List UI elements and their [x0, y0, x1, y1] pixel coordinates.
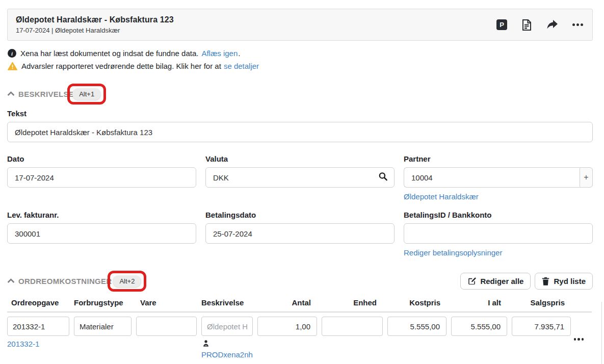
col-header-salgspris: Salgspris — [512, 298, 571, 307]
table-actions: Rediger alle Ryd liste — [460, 273, 593, 290]
partner-link[interactable]: Øldepotet Haraldskær — [404, 192, 479, 201]
info-notice: i Xena har læst dokumentet og indsat de … — [8, 47, 593, 60]
scrollbar[interactable] — [601, 302, 602, 364]
shortcut-badge-alt1: Alt+1 — [72, 88, 101, 100]
page-title: Øldepotet Haraldskær - Købsfaktura 123 — [16, 15, 174, 24]
rediger-betalingsoplysninger-link[interactable]: Rediger betalingsoplysninger — [404, 248, 502, 257]
share-icon[interactable] — [546, 20, 558, 30]
section-ordreomkostninger-header: ORDREOMKOSTNINGER Alt+2 Rediger alle Ryd… — [7, 271, 593, 291]
valuta-input[interactable] — [205, 167, 395, 188]
tekst-input[interactable] — [7, 122, 593, 142]
lev-fakturanr-field: Lev. fakturanr. — [7, 211, 196, 244]
table-header-row: Ordreopgave Forbrugstype Vare Beskrivels… — [7, 298, 593, 311]
see-details-link[interactable]: se detaljer — [224, 62, 259, 70]
enhed-cell-input[interactable] — [322, 317, 383, 336]
edit-icon — [467, 277, 476, 285]
table-header-divider — [7, 311, 592, 313]
section-ordreomkostninger-title: ORDREOMKOSTNINGER — [18, 277, 112, 285]
lev-fakturanr-label: Lev. fakturanr. — [7, 211, 196, 219]
col-header-enhed: Enhed — [322, 298, 383, 307]
ryd-liste-button[interactable]: Ryd liste — [535, 273, 593, 290]
pdf-icon[interactable]: P — [496, 19, 507, 30]
notices: i Xena har læst dokumentet og indsat de … — [7, 47, 593, 72]
collapse-ordreomkostninger-icon[interactable] — [7, 278, 15, 283]
partner-input[interactable] — [404, 167, 580, 188]
betalingsdato-label: Betalingsdato — [205, 211, 395, 219]
shortcut-highlight-alt1: Alt+1 — [67, 84, 106, 105]
reread-link[interactable]: Aflæs igen — [201, 49, 238, 58]
dato-field: Dato — [7, 154, 196, 188]
kostpris-cell-input[interactable] — [387, 317, 447, 336]
ordreopgave-cell-input[interactable] — [7, 317, 69, 336]
shortcut-highlight-alt2: Alt+2 — [108, 271, 146, 292]
trash-icon — [542, 277, 549, 285]
betalings-id-field: BetalingsID / Bankkonto Rediger betaling… — [404, 211, 593, 257]
col-header-kostpris: Kostpris — [387, 298, 447, 307]
tekst-label: Tekst — [7, 109, 593, 118]
partner-field: Partner + Øldepotet Haraldskær — [404, 154, 593, 201]
form-row-2: Lev. fakturanr. Betalingsdato BetalingsI… — [7, 211, 593, 257]
salgspris-cell-input[interactable] — [512, 317, 571, 336]
section-beskrivelse-header: BESKRIVELSE Alt+1 — [7, 85, 593, 103]
forbrugstype-cell-input[interactable] — [74, 317, 132, 336]
col-header-beskrivelse: Beskrivelse — [201, 298, 253, 307]
bruger-link[interactable]: PRODxena2nh — [201, 350, 253, 359]
row-actions-icon[interactable] — [574, 338, 584, 341]
section-beskrivelse-title: BESKRIVELSE — [18, 90, 74, 98]
warning-icon — [8, 62, 17, 70]
info-text: Xena har læst dokumentet og indsat de fu… — [20, 49, 198, 58]
form-row-1: Dato Valuta Partner + Øldepotet Haraldsk… — [7, 154, 593, 201]
betalings-id-label: BetalingsID / Bankkonto — [404, 211, 593, 219]
rediger-alle-button[interactable]: Rediger alle — [460, 273, 531, 290]
col-header-i-alt: I alt — [451, 298, 507, 307]
table-row — [7, 317, 593, 336]
betalingsdato-field: Betalingsdato — [205, 211, 395, 244]
betalings-id-input[interactable] — [404, 223, 593, 244]
betalingsdato-input[interactable] — [205, 223, 395, 244]
col-header-ordreopgave: Ordreopgave — [7, 298, 69, 307]
shortcut-badge-alt2: Alt+2 — [113, 275, 141, 287]
table-row-links: 201332-1 PRODxena2nh — [7, 340, 593, 359]
info-suffix: . — [238, 49, 240, 58]
warning-notice: Advarsler rapporteret vedrørende dette b… — [8, 60, 593, 72]
document-header-text: Øldepotet Haraldskær - Købsfaktura 123 1… — [16, 15, 174, 34]
document-icon[interactable] — [521, 19, 532, 31]
rediger-alle-label: Rediger alle — [480, 277, 523, 285]
valuta-field: Valuta — [205, 154, 395, 188]
i-alt-cell-input[interactable] — [451, 317, 507, 336]
dato-input[interactable] — [7, 167, 196, 188]
document-header: Øldepotet Haraldskær - Købsfaktura 123 1… — [7, 9, 593, 41]
info-icon: i — [8, 49, 16, 58]
more-options-icon[interactable] — [572, 23, 583, 26]
beskrivelse-cell-input[interactable] — [201, 317, 253, 336]
search-icon[interactable] — [378, 172, 388, 184]
lev-fakturanr-input[interactable] — [7, 223, 196, 244]
vare-cell-input[interactable] — [136, 317, 197, 336]
add-partner-button[interactable]: + — [580, 167, 593, 188]
tekst-field: Tekst — [7, 109, 593, 142]
valuta-label: Valuta — [205, 154, 395, 163]
warning-text: Advarsler rapporteret vedrørende dette b… — [21, 62, 221, 70]
header-actions: P — [496, 19, 583, 31]
dato-label: Dato — [7, 154, 196, 163]
col-header-forbrugstype: Forbrugstype — [74, 298, 132, 307]
person-icon — [202, 340, 253, 349]
order-costs-table: Ordreopgave Forbrugstype Vare Beskrivels… — [7, 298, 593, 359]
partner-label: Partner — [404, 154, 593, 163]
collapse-beskrivelse-icon[interactable] — [7, 91, 15, 96]
col-header-antal: Antal — [257, 298, 317, 307]
ordreopgave-link[interactable]: 201332-1 — [7, 340, 39, 348]
page-subtitle: 17-07-2024 | Øldepotet Haraldskær — [16, 27, 174, 34]
antal-cell-input[interactable] — [257, 317, 317, 336]
ryd-liste-label: Ryd liste — [554, 277, 586, 285]
purchase-invoice-page: Øldepotet Haraldskær - Købsfaktura 123 1… — [0, 0, 604, 364]
col-header-vare: Vare — [136, 298, 197, 307]
